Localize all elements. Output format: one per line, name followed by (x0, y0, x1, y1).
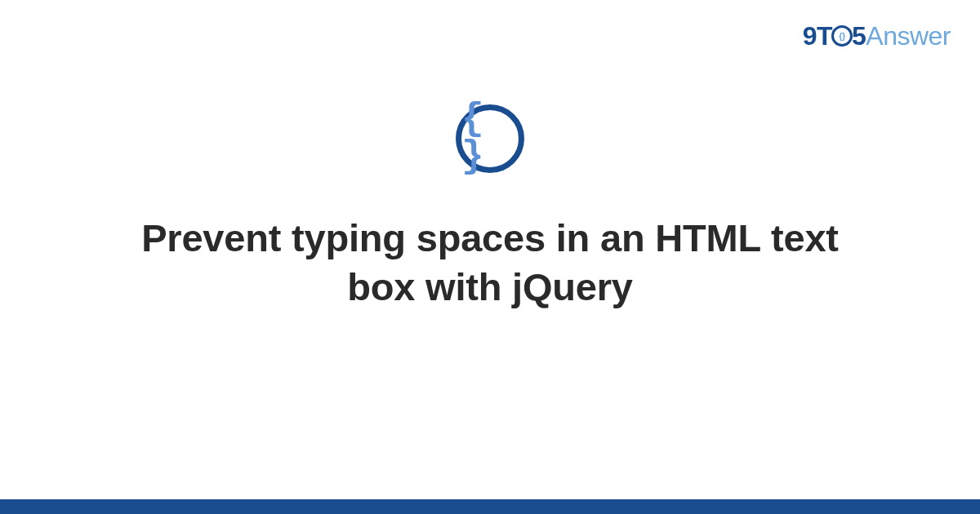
logo-text-5: 5 (852, 21, 866, 51)
site-logo: 9T{}5Answer (803, 21, 951, 51)
footer-accent-bar (0, 499, 980, 514)
braces-icon: { } (461, 100, 519, 175)
main-content: { } Prevent typing spaces in an HTML tex… (0, 104, 980, 312)
logo-text-9t: 9T (803, 21, 832, 51)
logo-o-icon: {} (831, 25, 853, 47)
category-code-icon: { } (456, 104, 524, 173)
logo-text-answer: Answer (866, 21, 951, 51)
logo-o-inner-braces: {} (839, 32, 845, 41)
page-title: Prevent typing spaces in an HTML text bo… (106, 214, 874, 312)
